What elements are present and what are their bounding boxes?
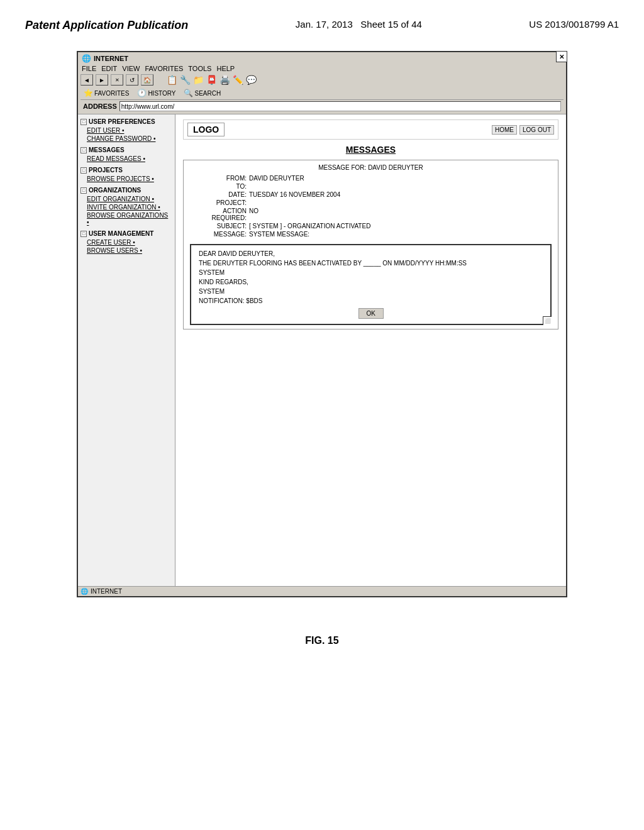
browse-users-link[interactable]: BROWSE USERS • [87, 247, 142, 254]
main-panel: LOGO HOME LOG OUT MESSAGES MESSAGE FOR: … [175, 114, 566, 586]
to-value [249, 183, 552, 190]
browse-projects-link[interactable]: BROWSE PROJECTS • [87, 175, 154, 182]
sidebar-section-title-organizations[interactable]: □ ORGANIZATIONS [78, 185, 175, 195]
section-checkbox-messages[interactable]: □ [80, 147, 87, 153]
read-messages-link[interactable]: READ MESSAGES • [87, 155, 145, 162]
icons-bar: ⭐ FAVORITES 🕐 HISTORY 🔍 SEARCH [80, 87, 564, 100]
section-label-projects: PROJECTS [89, 167, 123, 174]
section-checkbox[interactable]: □ [80, 119, 87, 125]
favorites-icon: ⭐ [83, 88, 93, 98]
sidebar-item-change-password[interactable]: CHANGE PASSWORD • [78, 135, 175, 143]
page-header: Patent Application Publication Jan. 17, … [0, 0, 644, 38]
section-label-user-management: USER MANAGEMENT [89, 230, 153, 237]
create-user-link[interactable]: CREATE USER • [87, 239, 135, 246]
sidebar-item-create-user[interactable]: CREATE USER • [78, 238, 175, 246]
nav-icon-6: ✏️ [233, 75, 243, 85]
notif-greeting: DEAR DAVID DERUYTER, [199, 250, 543, 257]
browser-content: □ USER PREFERENCES EDIT USER • CHANGE PA… [78, 114, 566, 586]
browse-organizations-link[interactable]: BROWSE ORGANIZATIONS • [87, 212, 168, 226]
project-label: PROJECT: [190, 199, 247, 206]
back-button[interactable]: ◄ [80, 74, 93, 86]
date-value: TUESDAY 16 NOVEMBER 2004 [249, 191, 552, 198]
logout-nav-button[interactable]: LOG OUT [519, 125, 554, 135]
app-header: LOGO HOME LOG OUT [183, 119, 558, 140]
menu-bar: FILE EDIT VIEW FAVORITES TOOLS HELP [80, 64, 564, 73]
from-label: FROM: [190, 175, 247, 182]
nav-icon-1: 📋 [167, 75, 177, 85]
sidebar-item-invite-organization[interactable]: INVITE ORGANIZATION • [78, 203, 175, 211]
sidebar-section-title-user-preferences[interactable]: □ USER PREFERENCES [78, 117, 175, 126]
sidebar-section-user-preferences: □ USER PREFERENCES EDIT USER • CHANGE PA… [78, 117, 175, 143]
app-nav: HOME LOG OUT [492, 125, 554, 135]
sidebar-section-title-messages[interactable]: □ MESSAGES [78, 145, 175, 155]
browser-toolbar: 🌐 INTERNET FILE EDIT VIEW FAVORITES TOOL… [78, 52, 566, 114]
section-checkbox-organizations[interactable]: □ [80, 187, 87, 194]
menu-view[interactable]: VIEW [122, 65, 140, 72]
subject-value: [ SYSTEM ] - ORGANIZATION ACTIVATED [249, 223, 552, 230]
history-toolbar-item[interactable]: 🕐 HISTORY [136, 88, 175, 98]
edit-organization-link[interactable]: EDIT ORGANIZATION • [87, 196, 154, 202]
search-label: SEARCH [194, 90, 221, 97]
section-label-messages: MESSAGES [89, 147, 125, 153]
search-icon: 🔍 [183, 88, 193, 98]
ie-icon: 🌐 [82, 54, 91, 63]
menu-edit[interactable]: EDIT [101, 65, 117, 72]
search-toolbar-item[interactable]: 🔍 SEARCH [183, 88, 221, 98]
app-logo: LOGO [187, 123, 225, 136]
main-content: ✕ 🌐 INTERNET FILE EDIT VIEW FAVORITES TO… [0, 38, 644, 610]
figure-label: FIG. 15 [0, 635, 644, 646]
sheet-text: Sheet 15 of 44 [360, 19, 422, 30]
date-text: Jan. 17, 2013 [296, 19, 353, 30]
section-label-organizations: ORGANIZATIONS [89, 187, 141, 194]
section-checkbox-user-management[interactable]: □ [80, 231, 87, 237]
notif-notification-label: NOTIFICATION: $BDS [199, 297, 543, 304]
message-value: SYSTEM MESSAGE: [249, 231, 552, 238]
notification-box: DEAR DAVID DERUYTER, THE DERUYTER FLOORI… [190, 244, 552, 325]
status-icon: 🌐 [80, 588, 88, 595]
nav-bar: ◄ ► ✕ ↺ 🏠 📋 🔧 📁 📮 🖨️ ✏️ 💬 [80, 74, 564, 86]
sidebar-item-read-messages[interactable]: READ MESSAGES • [78, 155, 175, 163]
address-input[interactable] [119, 101, 561, 111]
sidebar-item-edit-organization[interactable]: EDIT ORGANIZATION • [78, 195, 175, 203]
sidebar-section-title-user-management[interactable]: □ USER MANAGEMENT [78, 229, 175, 238]
notif-line4: SYSTEM [199, 288, 543, 295]
address-bar: ADDRESS [80, 100, 564, 113]
close-icon[interactable]: ✕ [556, 51, 567, 62]
section-checkbox-projects[interactable]: □ [80, 167, 87, 174]
ok-button[interactable]: OK [358, 308, 384, 319]
refresh-button[interactable]: ↺ [126, 74, 138, 86]
sidebar-section-user-management: □ USER MANAGEMENT CREATE USER • BROWSE U… [78, 229, 175, 255]
nav-icon-4: 📮 [206, 75, 217, 85]
sidebar-item-browse-projects[interactable]: BROWSE PROJECTS • [78, 175, 175, 183]
edit-user-link[interactable]: EDIT USER • [87, 127, 124, 134]
stop-button[interactable]: ✕ [111, 74, 123, 86]
sidebar-item-browse-users[interactable]: BROWSE USERS • [78, 246, 175, 255]
home-nav-button[interactable]: HOME [492, 125, 517, 135]
address-label: ADDRESS [83, 102, 117, 110]
menu-help[interactable]: HELP [216, 65, 235, 72]
favorites-toolbar-item[interactable]: ⭐ FAVORITES [83, 88, 129, 98]
menu-file[interactable]: FILE [82, 65, 96, 72]
nav-icon-3: 📁 [193, 75, 204, 85]
subject-label: SUBJECT: [190, 223, 247, 230]
patent-number: US 2013/0018799 A1 [529, 19, 619, 30]
forward-button[interactable]: ► [96, 74, 108, 86]
menu-tools[interactable]: TOOLS [188, 65, 211, 72]
to-label: TO: [190, 183, 247, 190]
history-label: HISTORY [148, 90, 175, 97]
history-icon: 🕐 [136, 88, 147, 98]
menu-favorites[interactable]: FAVORITES [145, 65, 183, 72]
sidebar-item-browse-organizations[interactable]: BROWSE ORGANIZATIONS • [78, 211, 175, 226]
notif-line2: SYSTEM [199, 269, 543, 276]
change-password-link[interactable]: CHANGE PASSWORD • [87, 135, 155, 142]
sidebar-item-edit-user[interactable]: EDIT USER • [78, 126, 175, 135]
invite-organization-link[interactable]: INVITE ORGANIZATION • [87, 204, 160, 211]
home-button[interactable]: 🏠 [141, 74, 153, 86]
nav-icon-7: 💬 [246, 75, 257, 85]
date-label: DATE: [190, 191, 247, 198]
sidebar: □ USER PREFERENCES EDIT USER • CHANGE PA… [78, 114, 175, 586]
notif-corner-icon: ⬜ [543, 316, 552, 325]
status-text: INTERNET [91, 588, 122, 595]
nav-icon-2: 🔧 [180, 75, 191, 85]
sidebar-section-title-projects[interactable]: □ PROJECTS [78, 165, 175, 175]
